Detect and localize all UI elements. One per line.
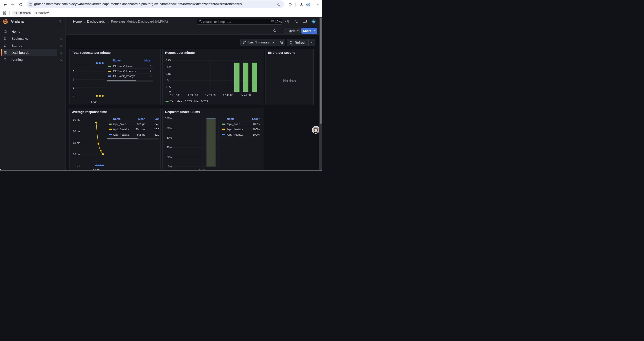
svg-text:17:41:00: 17:41:00 (240, 94, 251, 97)
svg-text:17:40:00: 17:40:00 (223, 94, 233, 97)
svg-text:4: 4 (72, 78, 74, 81)
svg-text:0.1: 0.1 (167, 79, 171, 82)
svg-text:17:37:00: 17:37:00 (170, 94, 180, 97)
svg-text:5: 5 (72, 70, 74, 73)
svg-text:0: 0 (169, 90, 171, 94)
svg-text:3: 3 (72, 86, 74, 89)
svg-text:20 ms: 20 ms (73, 153, 80, 156)
svg-text:0.2: 0.2 (167, 66, 171, 69)
svg-text:0.15: 0.15 (166, 72, 171, 76)
svg-text:60%: 60% (166, 136, 172, 139)
svg-text:0%: 0% (168, 165, 172, 168)
svg-text:60 ms: 60 ms (73, 130, 80, 133)
svg-text:2: 2 (72, 95, 74, 98)
svg-text:0.25: 0.25 (166, 59, 171, 62)
svg-text:6: 6 (72, 62, 74, 65)
svg-text:0 s: 0 s (76, 164, 80, 167)
svg-text:17:38:00: 17:38:00 (188, 94, 198, 97)
svg-text:40 ms: 40 ms (73, 141, 80, 144)
svg-text:17:40: 17:40 (90, 101, 97, 104)
svg-text:80%: 80% (166, 127, 172, 130)
svg-text:80 ms: 80 ms (73, 118, 80, 121)
svg-text:100%: 100% (165, 117, 172, 120)
svg-text:20%: 20% (166, 155, 172, 158)
svg-text:17:39:00: 17:39:00 (206, 94, 216, 97)
svg-text:0.05: 0.05 (166, 86, 171, 89)
svg-text:40%: 40% (166, 146, 172, 149)
